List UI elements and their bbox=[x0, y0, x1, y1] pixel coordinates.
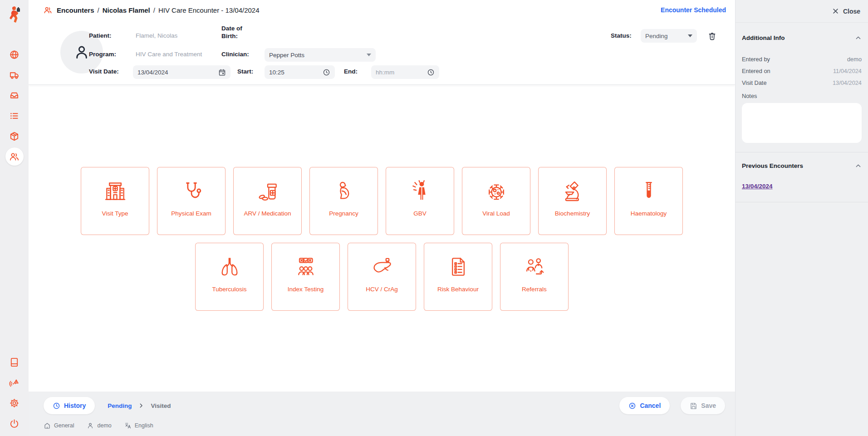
card-pregnancy[interactable]: Pregnancy bbox=[309, 167, 378, 235]
sidebar bbox=[0, 0, 29, 436]
chevron-up-icon[interactable] bbox=[855, 34, 862, 41]
virus-icon bbox=[484, 177, 509, 205]
step-pending[interactable]: Pending bbox=[108, 402, 132, 409]
sidebar-item-globe[interactable] bbox=[5, 45, 24, 64]
truck-icon bbox=[9, 70, 20, 80]
close-panel-button[interactable]: Close bbox=[736, 0, 868, 23]
people-icon bbox=[44, 6, 52, 15]
main-area: Encounters / Nicolas Flamel / HIV Care E… bbox=[29, 0, 735, 436]
start-label: Start: bbox=[237, 68, 253, 76]
dob-label: Date of Birth: bbox=[221, 25, 253, 40]
globe-icon bbox=[9, 49, 20, 60]
program-label: Program: bbox=[89, 51, 116, 59]
gbv-icon bbox=[407, 177, 433, 205]
step-visited[interactable]: Visited bbox=[151, 402, 171, 409]
footer-general[interactable]: General bbox=[44, 422, 74, 429]
app-logo-icon bbox=[6, 5, 23, 24]
delete-encounter-button[interactable] bbox=[706, 29, 718, 42]
sidebar-item-task-list[interactable] bbox=[5, 107, 24, 125]
card-label: Haematology bbox=[631, 210, 667, 217]
notes-textarea[interactable] bbox=[742, 103, 862, 143]
card-gbv[interactable]: GBV bbox=[386, 167, 454, 235]
sidebar-item-patients[interactable] bbox=[5, 147, 24, 166]
card-tuberculosis[interactable]: Tuberculosis bbox=[195, 243, 264, 311]
tablet-icon bbox=[9, 357, 20, 367]
additional-info-title: Additional Info bbox=[742, 34, 785, 41]
cancel-label: Cancel bbox=[640, 402, 661, 409]
card-biochemistry[interactable]: Biochemistry bbox=[538, 167, 607, 235]
breadcrumb-separator: / bbox=[153, 6, 155, 14]
signal-alert-icon bbox=[9, 377, 20, 388]
sidebar-item-alerts[interactable] bbox=[5, 373, 24, 392]
close-icon bbox=[832, 8, 839, 15]
checklist-icon bbox=[446, 253, 471, 280]
clinician-value: Pepper Potts bbox=[269, 52, 304, 59]
card-viral-load[interactable]: Viral Load bbox=[462, 167, 530, 235]
info-row-visit-date: Visit Date 13/04/2024 bbox=[742, 79, 862, 86]
sidebar-bottom-group bbox=[5, 353, 24, 432]
save-floppy-icon bbox=[690, 402, 697, 410]
save-label: Save bbox=[701, 402, 716, 409]
start-time-input[interactable] bbox=[269, 69, 319, 76]
patient-header-card: Patient: Flamel, Nicolas Date of Birth: … bbox=[29, 20, 735, 85]
card-label: Physical Exam bbox=[171, 210, 211, 217]
chevron-right-icon bbox=[138, 402, 144, 409]
start-time-field bbox=[265, 65, 335, 79]
sidebar-item-stock[interactable] bbox=[5, 127, 24, 145]
sidebar-item-docs[interactable] bbox=[5, 353, 24, 371]
card-visit-type[interactable]: Visit Type bbox=[81, 167, 149, 235]
footer-language[interactable]: English bbox=[124, 422, 153, 429]
history-button[interactable]: History bbox=[44, 397, 95, 414]
end-time-input[interactable] bbox=[376, 69, 423, 76]
sidebar-item-logout[interactable] bbox=[5, 414, 24, 432]
cancel-circle-x-icon bbox=[628, 402, 636, 410]
gear-icon bbox=[9, 398, 20, 408]
stethoscope-icon bbox=[179, 177, 204, 205]
previous-encounter-link[interactable]: 13/04/2024 bbox=[742, 183, 773, 190]
card-referrals[interactable]: Referrals bbox=[500, 243, 569, 311]
info-row-entered-on: Entered on 11/04/2024 bbox=[742, 68, 862, 74]
right-panel: Close Additional Info Entered by demo En… bbox=[735, 0, 868, 436]
translate-icon bbox=[124, 422, 132, 429]
encounter-scheduled-link[interactable]: Encounter Scheduled bbox=[661, 6, 726, 14]
footer-user[interactable]: demo bbox=[87, 422, 111, 429]
end-time-field bbox=[371, 65, 439, 79]
hospital-icon bbox=[103, 177, 128, 205]
bottom-bar: History Pending Visited Cancel bbox=[29, 392, 735, 436]
clinician-select[interactable]: Pepper Potts bbox=[265, 48, 376, 62]
chevron-up-icon[interactable] bbox=[855, 162, 862, 169]
save-button[interactable]: Save bbox=[681, 397, 725, 414]
card-label: Referrals bbox=[522, 286, 547, 293]
history-clock-icon bbox=[53, 402, 60, 410]
package-icon bbox=[9, 131, 20, 142]
card-label: Tuberculosis bbox=[212, 286, 246, 293]
breadcrumb-patient[interactable]: Nicolas Flamel bbox=[103, 6, 150, 14]
clinician-label: Clinician: bbox=[221, 51, 249, 59]
index-testing-icon bbox=[293, 253, 319, 280]
test-tube-icon bbox=[636, 177, 662, 205]
cancel-button[interactable]: Cancel bbox=[619, 397, 670, 414]
card-arv-medication[interactable]: ARV / Medication bbox=[233, 167, 302, 235]
visit-date-field bbox=[133, 65, 230, 79]
sidebar-item-dispatch[interactable] bbox=[5, 66, 24, 84]
status-select[interactable]: Pending bbox=[641, 29, 697, 43]
footer-language-label: English bbox=[135, 422, 153, 429]
calendar-icon bbox=[218, 69, 226, 76]
breadcrumb-encounters[interactable]: Encounters bbox=[57, 6, 94, 14]
card-risk-behaviour[interactable]: Risk Behaviour bbox=[424, 243, 492, 311]
trash-icon bbox=[707, 31, 717, 41]
card-hcv-crag[interactable]: HCV / CrAg bbox=[348, 243, 416, 311]
card-index-testing[interactable]: Index Testing bbox=[271, 243, 340, 311]
sidebar-item-inbox[interactable] bbox=[5, 86, 24, 104]
footer: General demo English bbox=[44, 422, 725, 429]
status-steps: Pending Visited bbox=[108, 402, 171, 409]
card-label: Visit Type bbox=[102, 210, 128, 217]
sidebar-item-settings[interactable] bbox=[5, 394, 24, 412]
patient-label: Patient: bbox=[89, 32, 112, 40]
encounter-sections: Visit Type Physical Exam ARV / Medicatio… bbox=[29, 85, 735, 392]
card-haematology[interactable]: Haematology bbox=[614, 167, 683, 235]
pregnancy-icon bbox=[331, 177, 357, 205]
visit-date-input[interactable] bbox=[137, 69, 215, 76]
app-window: Encounters / Nicolas Flamel / HIV Care E… bbox=[0, 0, 868, 436]
card-physical-exam[interactable]: Physical Exam bbox=[157, 167, 226, 235]
